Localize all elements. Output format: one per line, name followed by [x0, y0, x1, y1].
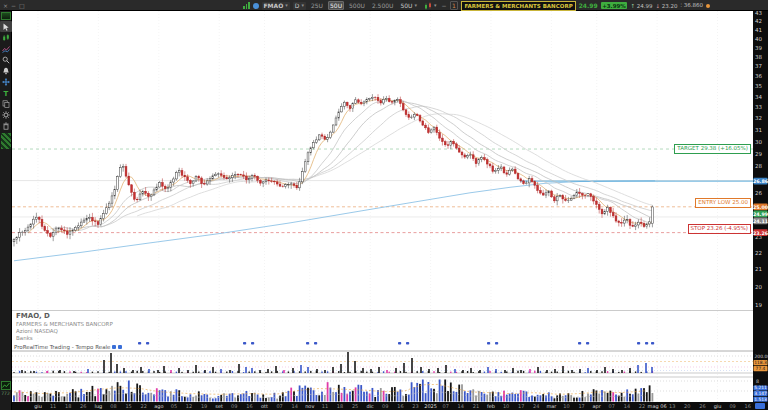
- unit-2500u-button[interactable]: 2.500U: [370, 1, 396, 10]
- chart-type-button[interactable]: [422, 1, 439, 11]
- day-volume: 36.860: [681, 2, 703, 9]
- text-icon: T: [2, 89, 10, 97]
- top-toolbar: × − □ FMAO D 25U 50U 500U 2.500U 50U − 1…: [0, 0, 768, 11]
- chart-thumbnail-icon[interactable]: [1, 12, 11, 20]
- footer-text: ProRealTime Trading - Tempo Reale: [14, 344, 110, 350]
- instrument-name-box[interactable]: FARMERS & MERCHANTS BANCORP: [461, 1, 575, 11]
- unit-dropdown-label: 50U: [400, 3, 412, 9]
- candlestick-chart-icon: [424, 2, 432, 10]
- symbol-label: FMAO: [264, 3, 284, 9]
- close-icon[interactable]: ×: [3, 2, 8, 9]
- indicators-button[interactable]: [0, 43, 12, 54]
- gear-icon: [2, 111, 10, 119]
- settings-button[interactable]: [0, 109, 12, 120]
- performance-icon[interactable]: [243, 2, 250, 9]
- cursor-tool-button[interactable]: [0, 21, 12, 32]
- unit-500u-button[interactable]: 500U: [347, 1, 367, 10]
- unit-dropdown[interactable]: 50U: [398, 2, 419, 10]
- symbol-interval-label: FMAO, D: [16, 312, 113, 320]
- magnifier-icon: [2, 56, 10, 64]
- trash-icon: [2, 122, 10, 130]
- footer-icon: [112, 345, 116, 349]
- svg-text:T: T: [3, 90, 8, 97]
- bell-icon: [2, 67, 10, 75]
- delete-button[interactable]: [0, 120, 12, 131]
- connection-status-icon: [706, 4, 710, 8]
- symbol-info-block: FMAO, D FARMERS & MERCHANTS BANCORP Azio…: [16, 312, 113, 342]
- app-window: × − □ FMAO D 25U 50U 500U 2.500U 50U − 1…: [0, 0, 768, 410]
- indicators-icon: [2, 45, 10, 53]
- candlestick-tool-button[interactable]: [0, 32, 12, 43]
- unit-50u-button[interactable]: 50U: [328, 1, 344, 10]
- zoom-button[interactable]: [0, 54, 12, 65]
- exchange-label: Azioni NASDAQ: [16, 328, 113, 334]
- platform-logo: [1, 381, 11, 390]
- entry-level-label[interactable]: ENTRY LOW 25.00: [695, 198, 751, 208]
- instrument-fullname: FARMERS & MERCHANTS BANCORP: [16, 321, 113, 327]
- change-badge: +3.99%: [601, 2, 628, 9]
- footer-icon: [118, 345, 122, 349]
- alerts-button[interactable]: [0, 65, 12, 76]
- window-controls: × − □: [3, 0, 25, 11]
- restore-icon[interactable]: □: [19, 2, 25, 9]
- last-price: 24.99: [579, 2, 598, 9]
- pages-icon: [2, 100, 10, 108]
- day-high: 24.99: [630, 3, 652, 9]
- stop-level-label[interactable]: STOP 23.26 (-4.95%): [688, 224, 752, 234]
- drawing-toolbar: T 772: [0, 11, 12, 410]
- target-level-label[interactable]: TARGET 29.38 (+16.05%): [674, 144, 751, 154]
- cursor-icon: [2, 23, 10, 31]
- duplicate-button[interactable]: [0, 98, 12, 109]
- interval-selector[interactable]: D: [293, 2, 306, 10]
- platform-footer: ProRealTime Trading - Tempo Reale: [14, 344, 122, 350]
- indicator-count-badge[interactable]: 1: [450, 1, 459, 10]
- text-tool-button[interactable]: T: [0, 87, 12, 98]
- sector-label: Banks: [16, 335, 113, 341]
- interval-label: D: [295, 3, 300, 9]
- bars-count-label: 772: [1, 391, 10, 396]
- compare-icon[interactable]: −: [442, 2, 447, 9]
- minimize-icon[interactable]: −: [11, 2, 16, 9]
- collapsed-tools-strip[interactable]: [1, 133, 11, 149]
- move-icon: [2, 78, 10, 86]
- time-axis[interactable]: [12, 402, 753, 410]
- candles-icon: [2, 34, 10, 42]
- move-button[interactable]: [0, 76, 12, 87]
- unit-25u-button[interactable]: 25U: [309, 1, 325, 10]
- account-icon[interactable]: [253, 3, 259, 9]
- axis-settings-button[interactable]: [755, 403, 765, 409]
- toolbar-controls: FMAO D 25U 50U 500U 2.500U 50U − 1 FARME…: [243, 0, 710, 11]
- price-axis[interactable]: [753, 11, 768, 402]
- symbol-selector[interactable]: FMAO: [262, 2, 290, 10]
- day-low: 23.20: [655, 3, 677, 9]
